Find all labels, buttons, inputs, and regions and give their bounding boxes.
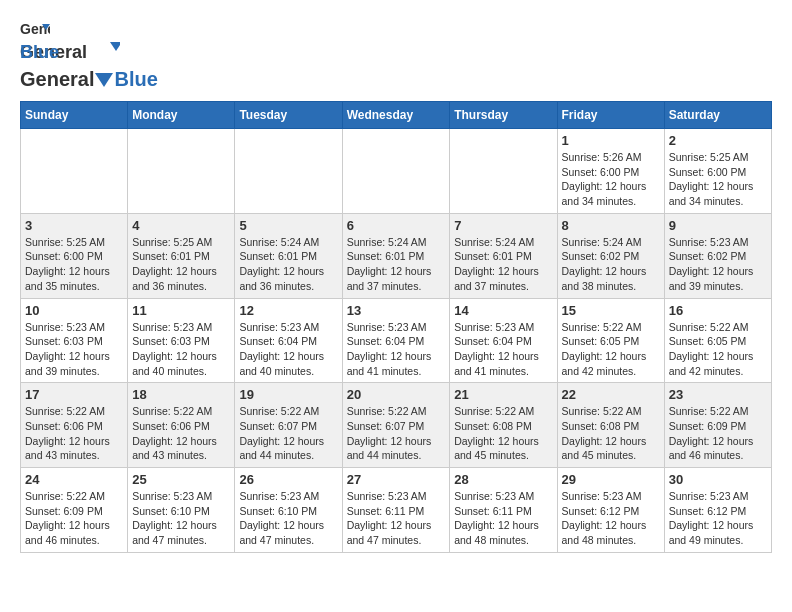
logo-general-text: General <box>20 68 94 91</box>
day-number: 12 <box>239 303 337 318</box>
calendar-cell: 8Sunrise: 5:24 AM Sunset: 6:02 PM Daylig… <box>557 213 664 298</box>
calendar-cell: 4Sunrise: 5:25 AM Sunset: 6:01 PM Daylig… <box>128 213 235 298</box>
day-info: Sunrise: 5:25 AM Sunset: 6:01 PM Dayligh… <box>132 235 230 294</box>
day-number: 7 <box>454 218 552 233</box>
day-header-saturday: Saturday <box>664 102 771 129</box>
day-number: 16 <box>669 303 767 318</box>
day-number: 23 <box>669 387 767 402</box>
day-header-friday: Friday <box>557 102 664 129</box>
calendar-cell: 15Sunrise: 5:22 AM Sunset: 6:05 PM Dayli… <box>557 298 664 383</box>
svg-text:Blue: Blue <box>20 42 59 62</box>
day-number: 21 <box>454 387 552 402</box>
calendar-cell <box>128 129 235 214</box>
day-number: 5 <box>239 218 337 233</box>
logo-blue-text: Blue <box>114 68 157 91</box>
calendar-cell: 9Sunrise: 5:23 AM Sunset: 6:02 PM Daylig… <box>664 213 771 298</box>
calendar-cell <box>342 129 450 214</box>
calendar-cell <box>235 129 342 214</box>
calendar-cell: 30Sunrise: 5:23 AM Sunset: 6:12 PM Dayli… <box>664 468 771 553</box>
svg-marker-5 <box>95 73 113 87</box>
calendar-cell <box>21 129 128 214</box>
day-info: Sunrise: 5:23 AM Sunset: 6:02 PM Dayligh… <box>669 235 767 294</box>
calendar-cell: 14Sunrise: 5:23 AM Sunset: 6:04 PM Dayli… <box>450 298 557 383</box>
day-info: Sunrise: 5:23 AM Sunset: 6:12 PM Dayligh… <box>562 489 660 548</box>
logo-triangle-icon <box>95 71 113 89</box>
day-number: 28 <box>454 472 552 487</box>
day-info: Sunrise: 5:22 AM Sunset: 6:05 PM Dayligh… <box>669 320 767 379</box>
calendar-cell: 19Sunrise: 5:22 AM Sunset: 6:07 PM Dayli… <box>235 383 342 468</box>
day-number: 27 <box>347 472 446 487</box>
day-info: Sunrise: 5:23 AM Sunset: 6:04 PM Dayligh… <box>454 320 552 379</box>
calendar-week-row: 1Sunrise: 5:26 AM Sunset: 6:00 PM Daylig… <box>21 129 772 214</box>
day-number: 4 <box>132 218 230 233</box>
day-number: 3 <box>25 218 123 233</box>
calendar-cell: 12Sunrise: 5:23 AM Sunset: 6:04 PM Dayli… <box>235 298 342 383</box>
day-info: Sunrise: 5:22 AM Sunset: 6:07 PM Dayligh… <box>347 404 446 463</box>
day-info: Sunrise: 5:23 AM Sunset: 6:03 PM Dayligh… <box>132 320 230 379</box>
day-number: 2 <box>669 133 767 148</box>
day-info: Sunrise: 5:23 AM Sunset: 6:03 PM Dayligh… <box>25 320 123 379</box>
day-info: Sunrise: 5:24 AM Sunset: 6:02 PM Dayligh… <box>562 235 660 294</box>
day-header-wednesday: Wednesday <box>342 102 450 129</box>
page-header: General General Blue General Blue <box>20 20 772 91</box>
day-info: Sunrise: 5:24 AM Sunset: 6:01 PM Dayligh… <box>454 235 552 294</box>
day-number: 20 <box>347 387 446 402</box>
calendar-cell: 10Sunrise: 5:23 AM Sunset: 6:03 PM Dayli… <box>21 298 128 383</box>
day-header-tuesday: Tuesday <box>235 102 342 129</box>
calendar-week-row: 3Sunrise: 5:25 AM Sunset: 6:00 PM Daylig… <box>21 213 772 298</box>
day-number: 8 <box>562 218 660 233</box>
calendar-cell: 27Sunrise: 5:23 AM Sunset: 6:11 PM Dayli… <box>342 468 450 553</box>
day-info: Sunrise: 5:23 AM Sunset: 6:10 PM Dayligh… <box>239 489 337 548</box>
day-info: Sunrise: 5:23 AM Sunset: 6:04 PM Dayligh… <box>239 320 337 379</box>
logo-svg: General Blue <box>20 38 120 68</box>
day-number: 19 <box>239 387 337 402</box>
day-info: Sunrise: 5:25 AM Sunset: 6:00 PM Dayligh… <box>669 150 767 209</box>
day-number: 6 <box>347 218 446 233</box>
day-info: Sunrise: 5:23 AM Sunset: 6:11 PM Dayligh… <box>347 489 446 548</box>
calendar-week-row: 24Sunrise: 5:22 AM Sunset: 6:09 PM Dayli… <box>21 468 772 553</box>
svg-marker-3 <box>110 42 120 51</box>
calendar-cell: 16Sunrise: 5:22 AM Sunset: 6:05 PM Dayli… <box>664 298 771 383</box>
day-number: 15 <box>562 303 660 318</box>
calendar-cell: 17Sunrise: 5:22 AM Sunset: 6:06 PM Dayli… <box>21 383 128 468</box>
day-info: Sunrise: 5:22 AM Sunset: 6:06 PM Dayligh… <box>25 404 123 463</box>
calendar-week-row: 17Sunrise: 5:22 AM Sunset: 6:06 PM Dayli… <box>21 383 772 468</box>
calendar-cell: 20Sunrise: 5:22 AM Sunset: 6:07 PM Dayli… <box>342 383 450 468</box>
calendar-cell: 24Sunrise: 5:22 AM Sunset: 6:09 PM Dayli… <box>21 468 128 553</box>
logo: General General Blue General Blue <box>20 20 158 91</box>
day-number: 11 <box>132 303 230 318</box>
day-info: Sunrise: 5:22 AM Sunset: 6:07 PM Dayligh… <box>239 404 337 463</box>
calendar-cell: 25Sunrise: 5:23 AM Sunset: 6:10 PM Dayli… <box>128 468 235 553</box>
calendar-cell: 6Sunrise: 5:24 AM Sunset: 6:01 PM Daylig… <box>342 213 450 298</box>
calendar-table: SundayMondayTuesdayWednesdayThursdayFrid… <box>20 101 772 553</box>
day-header-sunday: Sunday <box>21 102 128 129</box>
calendar-cell: 3Sunrise: 5:25 AM Sunset: 6:00 PM Daylig… <box>21 213 128 298</box>
calendar-cell: 7Sunrise: 5:24 AM Sunset: 6:01 PM Daylig… <box>450 213 557 298</box>
day-number: 10 <box>25 303 123 318</box>
day-number: 22 <box>562 387 660 402</box>
day-header-monday: Monday <box>128 102 235 129</box>
calendar-cell: 13Sunrise: 5:23 AM Sunset: 6:04 PM Dayli… <box>342 298 450 383</box>
day-info: Sunrise: 5:23 AM Sunset: 6:10 PM Dayligh… <box>132 489 230 548</box>
calendar-cell: 23Sunrise: 5:22 AM Sunset: 6:09 PM Dayli… <box>664 383 771 468</box>
calendar-cell: 18Sunrise: 5:22 AM Sunset: 6:06 PM Dayli… <box>128 383 235 468</box>
day-number: 14 <box>454 303 552 318</box>
day-number: 29 <box>562 472 660 487</box>
day-info: Sunrise: 5:24 AM Sunset: 6:01 PM Dayligh… <box>347 235 446 294</box>
day-header-thursday: Thursday <box>450 102 557 129</box>
calendar-cell: 26Sunrise: 5:23 AM Sunset: 6:10 PM Dayli… <box>235 468 342 553</box>
day-info: Sunrise: 5:22 AM Sunset: 6:09 PM Dayligh… <box>25 489 123 548</box>
day-number: 17 <box>25 387 123 402</box>
day-number: 25 <box>132 472 230 487</box>
calendar-cell: 28Sunrise: 5:23 AM Sunset: 6:11 PM Dayli… <box>450 468 557 553</box>
calendar-header-row: SundayMondayTuesdayWednesdayThursdayFrid… <box>21 102 772 129</box>
day-info: Sunrise: 5:22 AM Sunset: 6:08 PM Dayligh… <box>562 404 660 463</box>
calendar-cell: 11Sunrise: 5:23 AM Sunset: 6:03 PM Dayli… <box>128 298 235 383</box>
calendar-cell: 2Sunrise: 5:25 AM Sunset: 6:00 PM Daylig… <box>664 129 771 214</box>
day-info: Sunrise: 5:22 AM Sunset: 6:06 PM Dayligh… <box>132 404 230 463</box>
day-number: 24 <box>25 472 123 487</box>
calendar-cell: 1Sunrise: 5:26 AM Sunset: 6:00 PM Daylig… <box>557 129 664 214</box>
day-info: Sunrise: 5:25 AM Sunset: 6:00 PM Dayligh… <box>25 235 123 294</box>
day-number: 9 <box>669 218 767 233</box>
day-number: 30 <box>669 472 767 487</box>
